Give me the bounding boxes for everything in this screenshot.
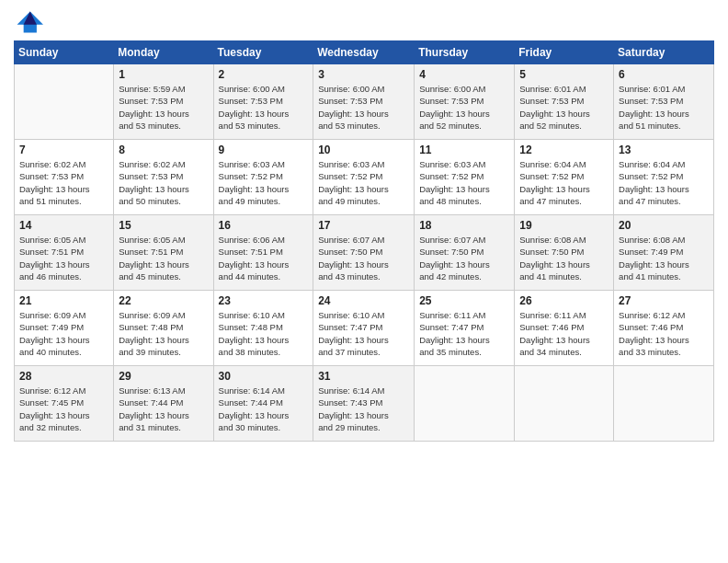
calendar-cell (415, 366, 515, 442)
day-number: 20 (619, 219, 709, 232)
day-number: 2 (219, 68, 309, 81)
day-number: 24 (318, 294, 409, 307)
day-info: Sunrise: 6:13 AMSunset: 7:44 PMDaylight:… (119, 385, 208, 433)
day-info: Sunrise: 6:05 AMSunset: 7:51 PMDaylight:… (19, 234, 108, 282)
calendar-cell: 13Sunrise: 6:04 AMSunset: 7:52 PMDayligh… (614, 140, 714, 215)
calendar-week-row: 28Sunrise: 6:12 AMSunset: 7:45 PMDayligh… (15, 366, 714, 442)
calendar-week-row: 14Sunrise: 6:05 AMSunset: 7:51 PMDayligh… (15, 215, 714, 291)
calendar-cell: 20Sunrise: 6:08 AMSunset: 7:49 PMDayligh… (614, 215, 714, 291)
weekday-header: Friday (515, 41, 614, 64)
day-number: 17 (318, 219, 409, 232)
calendar-week-row: 1Sunrise: 5:59 AMSunset: 7:53 PMDaylight… (15, 64, 714, 140)
day-info: Sunrise: 6:03 AMSunset: 7:52 PMDaylight:… (419, 158, 509, 207)
day-number: 15 (119, 219, 208, 232)
day-number: 26 (519, 294, 609, 307)
day-number: 4 (419, 68, 509, 81)
calendar-week-row: 7Sunrise: 6:02 AMSunset: 7:53 PMDaylight… (15, 140, 714, 215)
calendar-cell (15, 64, 114, 140)
calendar-cell: 19Sunrise: 6:08 AMSunset: 7:50 PMDayligh… (515, 215, 614, 291)
calendar-cell: 14Sunrise: 6:05 AMSunset: 7:51 PMDayligh… (15, 215, 114, 291)
calendar-cell: 17Sunrise: 6:07 AMSunset: 7:50 PMDayligh… (313, 215, 415, 291)
logo (14, 9, 47, 35)
day-info: Sunrise: 6:08 AMSunset: 7:49 PMDaylight:… (619, 234, 709, 282)
day-info: Sunrise: 6:08 AMSunset: 7:50 PMDaylight:… (519, 234, 609, 282)
day-info: Sunrise: 6:11 AMSunset: 7:46 PMDaylight:… (519, 309, 609, 358)
calendar-cell: 26Sunrise: 6:11 AMSunset: 7:46 PMDayligh… (515, 291, 614, 366)
day-info: Sunrise: 6:12 AMSunset: 7:46 PMDaylight:… (619, 309, 709, 358)
weekday-header: Saturday (614, 41, 714, 64)
day-number: 31 (318, 370, 409, 383)
day-info: Sunrise: 6:10 AMSunset: 7:48 PMDaylight:… (219, 309, 309, 358)
day-info: Sunrise: 6:07 AMSunset: 7:50 PMDaylight:… (419, 234, 509, 282)
calendar-cell: 27Sunrise: 6:12 AMSunset: 7:46 PMDayligh… (614, 291, 714, 366)
calendar-cell: 2Sunrise: 6:00 AMSunset: 7:53 PMDaylight… (213, 64, 313, 140)
calendar-cell (614, 366, 714, 442)
calendar-cell (515, 366, 614, 442)
calendar-cell: 10Sunrise: 6:03 AMSunset: 7:52 PMDayligh… (313, 140, 415, 215)
calendar-cell: 4Sunrise: 6:00 AMSunset: 7:53 PMDaylight… (415, 64, 515, 140)
day-info: Sunrise: 6:01 AMSunset: 7:53 PMDaylight:… (519, 83, 609, 132)
day-number: 16 (219, 219, 309, 232)
page: SundayMondayTuesdayWednesdayThursdayFrid… (0, 0, 728, 563)
day-info: Sunrise: 6:04 AMSunset: 7:52 PMDaylight:… (519, 158, 609, 207)
calendar-cell: 8Sunrise: 6:02 AMSunset: 7:53 PMDaylight… (114, 140, 213, 215)
weekday-header: Tuesday (213, 41, 313, 64)
day-number: 18 (419, 219, 509, 232)
day-info: Sunrise: 6:09 AMSunset: 7:49 PMDaylight:… (19, 309, 108, 358)
calendar-table: SundayMondayTuesdayWednesdayThursdayFrid… (14, 40, 714, 442)
day-number: 5 (519, 68, 609, 81)
calendar-cell: 1Sunrise: 5:59 AMSunset: 7:53 PMDaylight… (114, 64, 213, 140)
calendar-cell: 9Sunrise: 6:03 AMSunset: 7:52 PMDaylight… (213, 140, 313, 215)
calendar-cell: 24Sunrise: 6:10 AMSunset: 7:47 PMDayligh… (313, 291, 415, 366)
day-info: Sunrise: 6:00 AMSunset: 7:53 PMDaylight:… (419, 83, 509, 132)
calendar-cell: 23Sunrise: 6:10 AMSunset: 7:48 PMDayligh… (213, 291, 313, 366)
day-number: 19 (519, 219, 609, 232)
calendar-cell: 11Sunrise: 6:03 AMSunset: 7:52 PMDayligh… (415, 140, 515, 215)
day-info: Sunrise: 6:12 AMSunset: 7:45 PMDaylight:… (19, 385, 108, 433)
calendar-cell: 7Sunrise: 6:02 AMSunset: 7:53 PMDaylight… (15, 140, 114, 215)
day-info: Sunrise: 6:02 AMSunset: 7:53 PMDaylight:… (119, 158, 208, 207)
day-info: Sunrise: 6:00 AMSunset: 7:53 PMDaylight:… (219, 83, 309, 132)
day-info: Sunrise: 6:03 AMSunset: 7:52 PMDaylight:… (219, 158, 309, 207)
day-number: 27 (619, 294, 709, 307)
day-number: 21 (19, 294, 108, 307)
day-number: 28 (19, 370, 108, 383)
day-number: 25 (419, 294, 509, 307)
day-number: 6 (619, 68, 709, 81)
day-info: Sunrise: 6:02 AMSunset: 7:53 PMDaylight:… (19, 158, 108, 207)
day-info: Sunrise: 6:00 AMSunset: 7:53 PMDaylight:… (318, 83, 409, 132)
calendar-header-row: SundayMondayTuesdayWednesdayThursdayFrid… (15, 41, 714, 64)
calendar-cell: 16Sunrise: 6:06 AMSunset: 7:51 PMDayligh… (213, 215, 313, 291)
day-info: Sunrise: 6:11 AMSunset: 7:47 PMDaylight:… (419, 309, 509, 358)
calendar-cell: 12Sunrise: 6:04 AMSunset: 7:52 PMDayligh… (515, 140, 614, 215)
weekday-header: Monday (114, 41, 213, 64)
day-number: 8 (119, 144, 208, 156)
day-number: 14 (19, 219, 108, 232)
day-number: 12 (519, 144, 609, 156)
calendar-cell: 15Sunrise: 6:05 AMSunset: 7:51 PMDayligh… (114, 215, 213, 291)
day-number: 29 (119, 370, 208, 383)
day-number: 7 (19, 144, 108, 156)
day-info: Sunrise: 6:14 AMSunset: 7:43 PMDaylight:… (318, 385, 409, 433)
day-info: Sunrise: 6:05 AMSunset: 7:51 PMDaylight:… (119, 234, 208, 282)
day-info: Sunrise: 6:04 AMSunset: 7:52 PMDaylight:… (619, 158, 709, 207)
calendar-cell: 21Sunrise: 6:09 AMSunset: 7:49 PMDayligh… (15, 291, 114, 366)
calendar-cell: 18Sunrise: 6:07 AMSunset: 7:50 PMDayligh… (415, 215, 515, 291)
day-number: 9 (219, 144, 309, 156)
day-info: Sunrise: 5:59 AMSunset: 7:53 PMDaylight:… (119, 83, 208, 132)
calendar-cell: 31Sunrise: 6:14 AMSunset: 7:43 PMDayligh… (313, 366, 415, 442)
weekday-header: Thursday (415, 41, 515, 64)
day-number: 10 (318, 144, 409, 156)
calendar-cell: 3Sunrise: 6:00 AMSunset: 7:53 PMDaylight… (313, 64, 415, 140)
calendar-cell: 6Sunrise: 6:01 AMSunset: 7:53 PMDaylight… (614, 64, 714, 140)
day-info: Sunrise: 6:03 AMSunset: 7:52 PMDaylight:… (318, 158, 409, 207)
day-number: 13 (619, 144, 709, 156)
logo-icon (14, 9, 43, 35)
day-info: Sunrise: 6:09 AMSunset: 7:48 PMDaylight:… (119, 309, 208, 358)
day-info: Sunrise: 6:06 AMSunset: 7:51 PMDaylight:… (219, 234, 309, 282)
calendar-cell: 30Sunrise: 6:14 AMSunset: 7:44 PMDayligh… (213, 366, 313, 442)
calendar-cell: 29Sunrise: 6:13 AMSunset: 7:44 PMDayligh… (114, 366, 213, 442)
day-number: 30 (219, 370, 309, 383)
calendar-cell: 25Sunrise: 6:11 AMSunset: 7:47 PMDayligh… (415, 291, 515, 366)
day-number: 11 (419, 144, 509, 156)
